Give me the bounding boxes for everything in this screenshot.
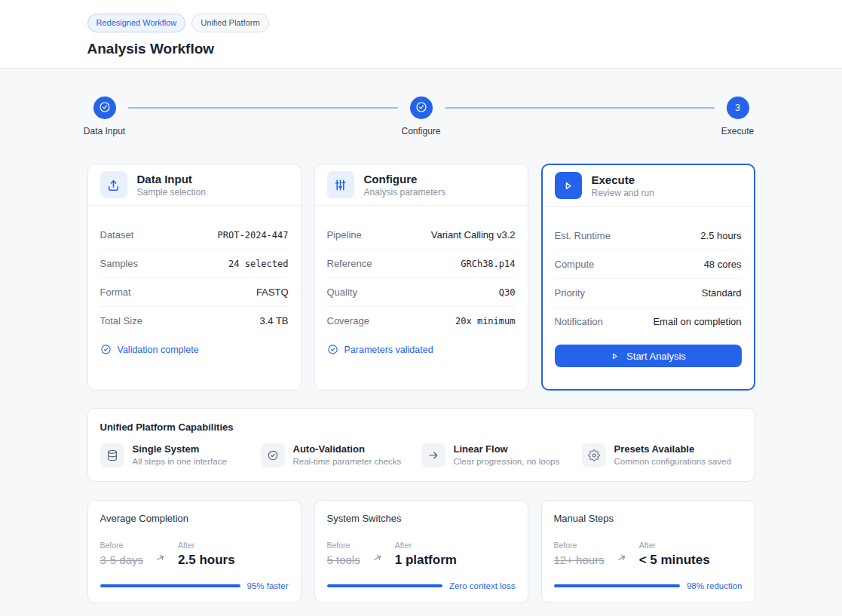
card-subtitle: Review and run (592, 188, 654, 198)
before-value: 5 tools (327, 553, 360, 566)
step-label: Execute (721, 126, 754, 136)
before-after: Before 3-5 days After 2.5 hours (100, 541, 289, 568)
after-block: After 2.5 hours (178, 541, 235, 568)
step-cards: Data Input Sample selection Dataset PROT… (87, 164, 755, 391)
capability-subtitle: All steps in one interface (133, 457, 227, 466)
database-icon (100, 443, 124, 467)
card-header-text: Data Input Sample selection (137, 173, 206, 198)
card-subtitle: Sample selection (137, 187, 206, 198)
arrow-right-icon (155, 553, 166, 566)
page-header: Redesigned Workflow Unified Platform Ana… (0, 0, 842, 69)
capability-presets: Presets Available Common configurations … (582, 443, 742, 467)
field-label: Samples (100, 258, 139, 269)
field-label: Est. Runtime (555, 230, 611, 241)
capability-text: Presets Available Common configurations … (614, 443, 731, 466)
field-label: Pipeline (327, 229, 362, 241)
before-label: Before (554, 541, 605, 550)
after-value: 1 platform (395, 553, 457, 568)
play-icon (555, 172, 582, 199)
card-execute: Execute Review and run Est. Runtime 2.5 … (541, 164, 755, 391)
capability-subtitle: Real-time parameter checks (293, 457, 402, 466)
capability-title: Linear Flow (454, 443, 560, 455)
field-row-compute: Compute 48 cores (555, 250, 742, 279)
after-value: < 5 minutes (639, 553, 710, 568)
metric-cards: Average Completion Before 3-5 days After… (87, 500, 755, 603)
card-header: Execute Review and run (543, 165, 754, 207)
after-label: After (395, 541, 457, 550)
metric-average-completion: Average Completion Before 3-5 days After… (87, 500, 302, 603)
field-label: Reference (327, 258, 372, 269)
check-circle-icon (98, 100, 112, 116)
metric-bar-row: 98% reduction (554, 581, 742, 590)
field-value: Variant Calling v3.2 (431, 229, 516, 241)
before-after: Before 12+ hours After < 5 minutes (554, 541, 742, 568)
start-analysis-button[interactable]: Start Analysis (555, 345, 742, 367)
metric-manual-steps: Manual Steps Before 12+ hours After < 5 … (541, 500, 755, 603)
stepper-connector (445, 107, 715, 109)
step-execute: 3 Execute (721, 97, 755, 136)
after-label: After (178, 541, 235, 550)
before-after: Before 5 tools After 1 platform (327, 541, 516, 568)
metric-bar (327, 584, 442, 587)
before-block: Before 12+ hours (554, 541, 605, 566)
field-row-total-size: Total Size 3.4 TB (100, 307, 289, 335)
step-data-input: Data Input (87, 97, 122, 136)
capability-text: Single System All steps in one interface (133, 443, 227, 466)
field-row-coverage: Coverage 20x minimum (327, 307, 516, 335)
capabilities-grid: Single System All steps in one interface… (100, 443, 742, 467)
validation-status: Validation complete (100, 344, 289, 355)
field-value: PROT-2024-447 (218, 230, 289, 241)
field-value: GRCh38.p14 (461, 259, 515, 269)
field-row-reference: Reference GRCh38.p14 (327, 250, 516, 278)
card-title: Data Input (137, 173, 206, 185)
badge-redesigned-workflow: Redesigned Workflow (87, 14, 186, 32)
before-value: 12+ hours (554, 553, 605, 566)
play-icon (610, 351, 620, 361)
step-label: Data Input (84, 126, 125, 136)
field-value: 20x minimum (455, 316, 515, 326)
field-label: Priority (555, 287, 585, 299)
capability-title: Auto-Validation (293, 443, 402, 455)
upload-icon (100, 171, 127, 198)
check-circle-icon (327, 344, 338, 355)
capability-title: Presets Available (614, 443, 731, 455)
metric-bar (554, 584, 680, 587)
capability-text: Auto-Validation Real-time parameter chec… (293, 443, 402, 466)
status-text: Validation complete (118, 345, 199, 355)
arrow-right-icon (372, 553, 383, 566)
capability-auto-validation: Auto-Validation Real-time parameter chec… (261, 443, 421, 467)
capability-linear-flow: Linear Flow Clear progression, no loops (421, 443, 582, 467)
stepper-connector (128, 107, 398, 109)
status-text: Parameters validated (344, 345, 433, 355)
metric-bar-label: Zero context loss (449, 581, 516, 590)
field-row-format: Format FASTQ (100, 278, 289, 307)
field-label: Format (100, 287, 131, 298)
badge-row: Redesigned Workflow Unified Platform (87, 14, 755, 32)
field-value: 2.5 hours (700, 230, 741, 241)
metric-title: Average Completion (100, 513, 289, 524)
field-row-quality: Quality Q30 (327, 278, 516, 307)
card-title: Configure (364, 173, 446, 185)
field-value: Standard (702, 287, 742, 299)
step-configure-circle[interactable] (410, 97, 433, 119)
field-label: Quality (327, 287, 357, 298)
card-body: Est. Runtime 2.5 hours Compute 48 cores … (543, 207, 754, 389)
before-block: Before 3-5 days (100, 541, 144, 566)
capabilities-panel: Unified Platform Capabilities Single Sys… (87, 408, 755, 482)
step-execute-circle[interactable]: 3 (727, 97, 749, 119)
field-value: 3.4 TB (259, 315, 288, 326)
field-row-samples: Samples 24 selected (100, 250, 289, 278)
start-analysis-label: Start Analysis (626, 351, 686, 362)
metric-system-switches: System Switches Before 5 tools After 1 p… (314, 500, 528, 603)
step-data-input-circle[interactable] (93, 97, 116, 119)
after-block: After < 5 minutes (639, 541, 710, 568)
field-label: Dataset (100, 229, 134, 241)
card-header-text: Configure Analysis parameters (364, 173, 446, 198)
card-subtitle: Analysis parameters (364, 187, 446, 198)
field-value: FASTQ (256, 287, 289, 298)
metric-title: System Switches (327, 513, 516, 524)
capability-single-system: Single System All steps in one interface (100, 443, 261, 467)
before-value: 3-5 days (100, 553, 144, 566)
badge-unified-platform: Unified Platform (191, 14, 268, 32)
sliders-icon (327, 171, 354, 198)
